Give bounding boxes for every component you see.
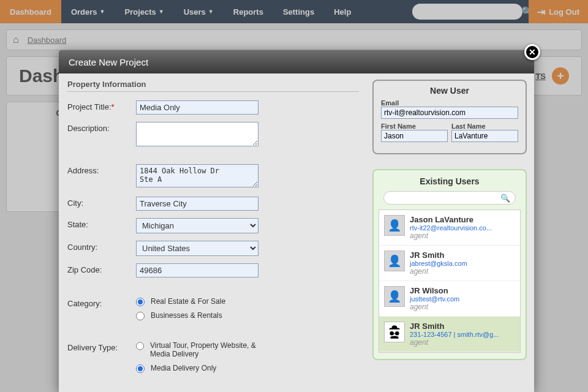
user-name: Jason LaVanture <box>410 215 492 224</box>
user-role: agent <box>410 303 459 311</box>
category-radio-group: Real Estate & For Sale Businesses & Rent… <box>136 297 265 325</box>
existing-users-list[interactable]: 👤 Jason LaVanture rtv-it22@realtourvisio… <box>379 209 521 353</box>
label-zip: Zip Code: <box>67 263 136 274</box>
modal-close-button[interactable]: ✕ <box>524 44 540 60</box>
delivery-option-media-only[interactable]: Media Delivery Only <box>136 364 265 373</box>
user-row[interactable]: 👤 JR Smith jabrest@gksla.com agent <box>379 246 520 281</box>
category-option-real-estate[interactable]: Real Estate & For Sale <box>136 297 265 306</box>
label-address: Address: <box>67 164 136 175</box>
user-row[interactable]: JR Smith 231-123-4567 | smith.rtv@g... a… <box>379 317 520 352</box>
label-country: Country: <box>67 241 136 252</box>
user-name: JR Smith <box>410 322 499 331</box>
avatar: 👤 <box>384 215 405 236</box>
new-user-title: New User <box>381 86 518 96</box>
existing-users-title: Existing Users <box>379 176 521 186</box>
user-row[interactable]: 👤 JR Wilson justtest@rtv.com agent <box>379 281 520 317</box>
new-user-last-input[interactable] <box>451 130 518 142</box>
user-email: rtv-it22@realtourvision.co... <box>410 224 492 232</box>
label-project-title: Project Title:* <box>67 100 136 111</box>
user-role: agent <box>410 338 499 347</box>
address-textarea[interactable]: 1844 Oak Hollow Dr Ste A <box>136 164 258 187</box>
user-name: JR Wilson <box>410 286 459 295</box>
new-user-email-input[interactable] <box>381 107 518 119</box>
label-first-name: First Name <box>381 123 448 130</box>
radio-delivery-full[interactable] <box>136 342 144 350</box>
radio-businesses[interactable] <box>136 312 145 320</box>
label-city: City: <box>67 197 136 208</box>
existing-users-box: Existing Users 🔍 👤 Jason LaVanture rtv-i… <box>372 169 527 360</box>
existing-users-search-input[interactable] <box>389 194 500 202</box>
label-state: State: <box>67 218 136 229</box>
user-email: justtest@rtv.com <box>410 295 459 303</box>
label-category: Category: <box>67 297 136 308</box>
avatar: 👤 <box>384 251 405 271</box>
label-description: Description: <box>67 122 136 133</box>
create-project-modal: ✕ Create New Project Property Informatio… <box>59 50 534 392</box>
state-select[interactable]: Michigan <box>136 218 258 233</box>
user-role: agent <box>410 267 467 276</box>
user-role: agent <box>410 232 492 240</box>
section-property-info: Property Information <box>67 80 359 92</box>
description-textarea[interactable] <box>136 122 258 146</box>
user-name: JR Smith <box>410 251 467 260</box>
delivery-radio-group: Virtual Tour, Property Website, & Media … <box>136 341 265 378</box>
new-user-first-input[interactable] <box>381 130 448 142</box>
radio-real-estate[interactable] <box>136 298 145 306</box>
avatar: 👤 <box>384 286 405 307</box>
radio-delivery-media-only[interactable] <box>136 364 145 373</box>
label-delivery-type: Delivery Type: <box>67 341 136 352</box>
user-email: jabrest@gksla.com <box>410 260 467 267</box>
user-row[interactable]: 👤 Jason LaVanture rtv-it22@realtourvisio… <box>379 210 520 246</box>
user-email: 231-123-4567 | smith.rtv@g... <box>410 331 499 338</box>
existing-users-search: 🔍 <box>383 191 516 205</box>
city-input[interactable] <box>136 197 258 211</box>
category-option-businesses[interactable]: Businesses & Rentals <box>136 311 265 320</box>
country-select[interactable]: United States <box>136 241 258 256</box>
project-title-input[interactable] <box>136 100 258 115</box>
new-user-box: New User Email First Name Last Name <box>372 80 527 154</box>
zip-input[interactable] <box>136 263 258 277</box>
avatar <box>384 322 405 342</box>
label-email: Email <box>381 99 518 107</box>
delivery-option-full[interactable]: Virtual Tour, Property Website, & Media … <box>136 341 265 359</box>
modal-title: Create New Project <box>59 50 534 74</box>
spy-icon <box>386 324 402 340</box>
label-last-name: Last Name <box>451 123 518 130</box>
search-icon[interactable]: 🔍 <box>500 194 510 203</box>
